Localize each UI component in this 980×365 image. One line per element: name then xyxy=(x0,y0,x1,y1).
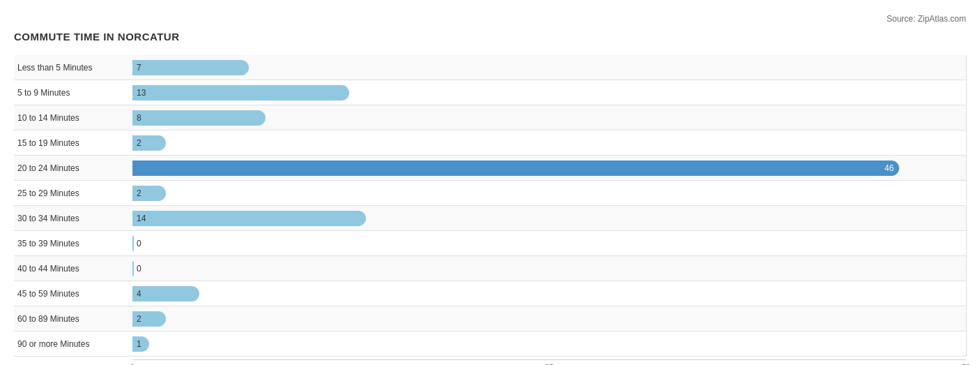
bar-fill: 4 xyxy=(132,286,199,301)
bar-label: 20 to 24 Minutes xyxy=(14,163,132,173)
bar-value-label: 0 xyxy=(137,239,141,248)
bar-fill: 46 xyxy=(132,161,899,176)
bar-row: 45 to 59 Minutes4 xyxy=(14,281,966,306)
bar-area: 2 xyxy=(132,131,966,155)
bar-fill: 0 xyxy=(132,236,134,251)
bar-area: 1 xyxy=(132,332,966,356)
bar-area: 14 xyxy=(132,206,966,230)
bar-value-label: 13 xyxy=(137,88,146,98)
bar-area: 0 xyxy=(132,256,966,281)
bar-area: 2 xyxy=(132,181,966,205)
bar-fill: 2 xyxy=(132,135,166,151)
bar-value-label: 2 xyxy=(137,314,141,324)
bar-row: 25 to 29 Minutes2 xyxy=(14,181,966,206)
bar-area: 4 xyxy=(132,281,966,306)
bar-value-label: 2 xyxy=(137,188,141,198)
bar-area: 13 xyxy=(132,80,966,105)
bar-label: 10 to 14 Minutes xyxy=(14,113,132,123)
bar-value-label: 7 xyxy=(137,63,141,73)
bar-label: 15 to 19 Minutes xyxy=(14,138,132,148)
bar-label: 5 to 9 Minutes xyxy=(14,88,132,98)
chart-container: Less than 5 Minutes75 to 9 Minutes1310 t… xyxy=(14,55,966,357)
bar-row: 10 to 14 Minutes8 xyxy=(14,105,966,131)
bar-area: 7 xyxy=(132,55,966,80)
bar-fill: 2 xyxy=(132,311,166,327)
bar-row: Less than 5 Minutes7 xyxy=(14,55,966,80)
bar-label: 35 to 39 Minutes xyxy=(14,239,132,248)
bar-fill: 1 xyxy=(132,336,149,352)
bar-fill: 8 xyxy=(132,110,266,126)
bar-value-label: 1 xyxy=(137,339,141,349)
bar-row: 90 or more Minutes1 xyxy=(14,332,966,357)
bar-value-label: 14 xyxy=(137,214,146,223)
bar-value-label: 46 xyxy=(885,163,894,173)
bar-value-label: 0 xyxy=(137,264,141,274)
bar-row: 15 to 19 Minutes2 xyxy=(14,131,966,156)
bar-fill: 7 xyxy=(132,60,249,75)
bar-label: 90 or more Minutes xyxy=(14,339,132,349)
bar-row: 60 to 89 Minutes2 xyxy=(14,306,966,332)
bar-row: 35 to 39 Minutes0 xyxy=(14,231,966,256)
bar-label: 25 to 29 Minutes xyxy=(14,188,132,198)
bar-fill: 14 xyxy=(132,211,366,226)
bar-row: 30 to 34 Minutes14 xyxy=(14,206,966,231)
source-label: Source: ZipAtlas.com xyxy=(14,14,966,24)
bar-fill: 2 xyxy=(132,186,166,201)
bar-label: 30 to 34 Minutes xyxy=(14,214,132,223)
bar-value-label: 4 xyxy=(137,289,141,299)
bar-label: 45 to 59 Minutes xyxy=(14,289,132,299)
bar-area: 8 xyxy=(132,105,966,130)
bar-row: 20 to 24 Minutes46 xyxy=(14,156,966,181)
bar-label: Less than 5 Minutes xyxy=(14,63,132,73)
bar-label: 40 to 44 Minutes xyxy=(14,264,132,274)
bar-area: 46 xyxy=(132,156,966,180)
bar-row: 40 to 44 Minutes0 xyxy=(14,256,966,281)
grid-line xyxy=(966,55,967,357)
bar-fill: 13 xyxy=(132,85,349,100)
bar-row: 5 to 9 Minutes13 xyxy=(14,80,966,105)
bar-fill: 0 xyxy=(132,261,134,276)
bar-area: 2 xyxy=(132,306,966,331)
bar-area: 0 xyxy=(132,231,966,255)
bar-value-label: 8 xyxy=(137,113,141,123)
bar-value-label: 2 xyxy=(137,138,141,148)
bar-label: 60 to 89 Minutes xyxy=(14,314,132,324)
chart-title: COMMUTE TIME IN NORCATUR xyxy=(14,31,966,43)
